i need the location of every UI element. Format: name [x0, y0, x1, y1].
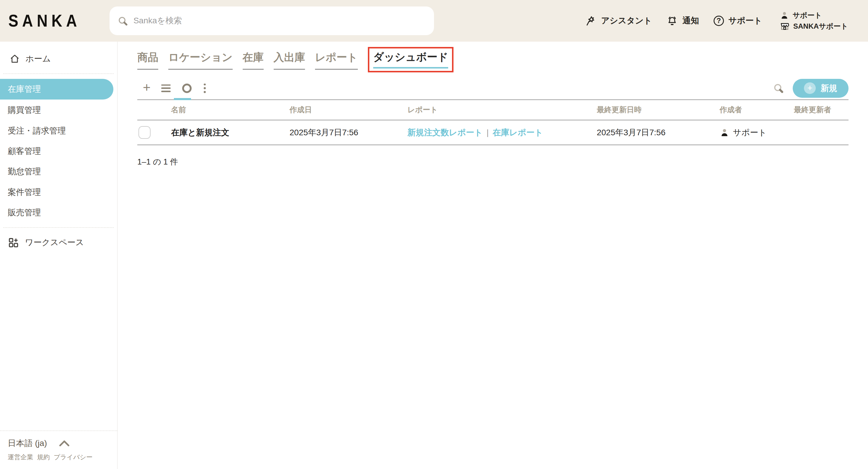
creator-avatar-icon — [720, 128, 729, 137]
chevron-up-icon — [59, 440, 70, 447]
row-name[interactable]: 在庫と新規注文 — [171, 127, 289, 138]
search-input[interactable] — [133, 16, 426, 25]
sidebar-item-projects[interactable]: 案件管理 — [0, 182, 117, 202]
workspace-grid-icon — [8, 237, 19, 248]
sidebar-home-label: ホーム — [25, 53, 51, 64]
plus-icon: + — [804, 82, 815, 94]
global-search[interactable] — [110, 6, 434, 35]
help-icon: ? — [714, 16, 724, 26]
topbar-actions: アシスタント 通知 ? サポート — [585, 11, 848, 31]
header-updated: 最終更新日時 — [597, 105, 719, 115]
sidebar: ホーム 在庫管理 購買管理 受注・請求管理 顧客管理 勤怠管理 案件管理 販売管… — [0, 42, 118, 469]
row-creator: サポート — [720, 127, 794, 138]
notifications-label: 通知 — [683, 15, 699, 26]
header-report: レポート — [407, 105, 597, 115]
user-org: SANKAサポート — [793, 22, 848, 31]
add-view-button[interactable]: + — [137, 81, 156, 96]
active-view-indicator — [174, 98, 191, 100]
header-last-updater: 最終更新者 — [794, 105, 849, 115]
search-icon — [118, 16, 128, 26]
legal-links: 運営企業 規約 プライバシー — [8, 453, 117, 461]
user-avatar-icon — [780, 11, 789, 20]
pagination-summary: 1–1 の 1 件 — [137, 156, 848, 167]
user-menu[interactable]: サポート SANKAサポート — [780, 11, 848, 31]
sidebar-divider — [3, 227, 114, 228]
user-org-line: SANKAサポート — [780, 22, 848, 31]
header-name: 名前 — [171, 105, 289, 115]
user-name: サポート — [793, 11, 822, 20]
new-button-label: 新規 — [821, 83, 837, 94]
table-header-row: 名前 作成日 レポート 最終更新日時 作成者 最終更新者 — [137, 100, 848, 120]
home-icon — [9, 54, 20, 64]
bell-icon — [666, 15, 678, 27]
sidebar-item-inventory[interactable]: 在庫管理 — [0, 79, 113, 99]
assistant-button[interactable]: アシスタント — [585, 15, 652, 26]
legal-link-terms[interactable]: 規約 — [37, 453, 50, 461]
tab-dashboard[interactable]: ダッシュボード — [373, 50, 448, 68]
notifications-button[interactable]: 通知 — [666, 15, 699, 27]
tab-inbound-outbound[interactable]: 入出庫 — [274, 51, 305, 69]
topbar: SANKA アシスタント — [0, 0, 868, 42]
new-record-button[interactable]: + 新規 — [793, 79, 848, 98]
support-button[interactable]: ? サポート — [714, 15, 762, 26]
tab-reports[interactable]: レポート — [315, 51, 358, 69]
language-selector[interactable]: 日本語 (ja) — [8, 438, 117, 449]
kebab-menu-icon[interactable] — [198, 84, 211, 93]
sidebar-item-purchasing[interactable]: 購買管理 — [0, 100, 117, 120]
tab-products[interactable]: 商品 — [137, 51, 158, 69]
assistant-label: アシスタント — [601, 15, 652, 26]
main-content: 商品 ロケーション 在庫 入出庫 レポート ダッシュボード + — [118, 42, 868, 469]
tab-bar: 商品 ロケーション 在庫 入出庫 レポート ダッシュボード — [137, 47, 848, 69]
report-separator: | — [487, 128, 489, 137]
sanka-logo: SANKA — [0, 11, 110, 30]
sidebar-footer: 日本語 (ja) 運営企業 規約 プライバシー — [0, 431, 117, 469]
row-created: 2025年3月7日7:56 — [290, 127, 407, 138]
report-link-new-orders[interactable]: 新規注文数レポート — [407, 127, 483, 138]
language-label: 日本語 (ja) — [8, 438, 47, 449]
sidebar-item-home[interactable]: ホーム — [0, 48, 117, 69]
support-label: サポート — [728, 15, 762, 26]
header-creator: 作成者 — [720, 105, 794, 115]
tab-locations[interactable]: ロケーション — [168, 51, 232, 69]
list-search-icon[interactable] — [773, 83, 784, 94]
list-toolbar: + — [137, 77, 848, 100]
storefront-icon — [780, 22, 789, 31]
row-reports: 新規注文数レポート | 在庫レポート — [407, 127, 597, 138]
sidebar-item-attendance[interactable]: 勤怠管理 — [0, 162, 117, 182]
row-updated: 2025年3月7日7:56 — [597, 127, 719, 138]
row-checkbox-cell — [137, 126, 171, 139]
sidebar-item-workspace[interactable]: ワークスペース — [0, 232, 117, 253]
list-view-icon[interactable] — [156, 85, 176, 92]
sidebar-item-sales[interactable]: 販売管理 — [0, 202, 117, 223]
workspace-label: ワークスペース — [25, 237, 84, 248]
user-name-line: サポート — [780, 11, 848, 20]
magic-wand-icon — [585, 16, 597, 27]
legal-link-company[interactable]: 運営企業 — [8, 453, 33, 461]
header-created: 作成日 — [290, 105, 407, 115]
toolbar-right: + 新規 — [773, 79, 849, 98]
annotation-highlight-box: ダッシュボード — [368, 47, 454, 72]
tab-stock[interactable]: 在庫 — [243, 51, 264, 69]
legal-link-privacy[interactable]: プライバシー — [54, 453, 93, 461]
creator-name: サポート — [733, 127, 767, 138]
sidebar-item-customers[interactable]: 顧客管理 — [0, 141, 117, 161]
report-link-inventory[interactable]: 在庫レポート — [493, 127, 543, 138]
board-view-icon[interactable] — [175, 84, 198, 93]
frame: ホーム 在庫管理 購買管理 受注・請求管理 顧客管理 勤怠管理 案件管理 販売管… — [0, 42, 868, 469]
sidebar-divider — [3, 74, 114, 74]
row-checkbox[interactable] — [138, 126, 151, 139]
table-row[interactable]: 在庫と新規注文 2025年3月7日7:56 新規注文数レポート | 在庫レポート… — [137, 120, 848, 145]
app-window: SANKA アシスタント — [0, 0, 868, 469]
sidebar-item-orders-billing[interactable]: 受注・請求管理 — [0, 120, 117, 141]
